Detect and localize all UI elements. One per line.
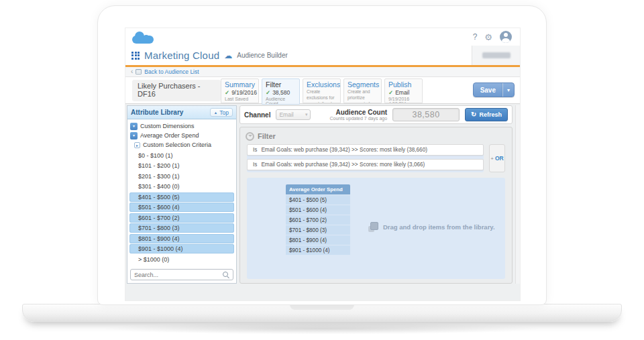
caret-down-icon[interactable]: ▾ <box>130 132 138 139</box>
attribute-item[interactable]: > $1000 (0) <box>129 255 234 264</box>
group-panel-item[interactable]: $501 - $600 (4) <box>286 205 350 215</box>
search-icon[interactable] <box>223 272 230 279</box>
channel-label: Channel <box>244 111 270 119</box>
filter-rows: Is Email Goals: web purchase (39,342) >>… <box>247 144 484 172</box>
counts-updated-text: Counts updated 7 days ago <box>329 116 387 121</box>
laptop-mockup: ? ⚙ Marketing Cloud ☁ Audience Builder ‹ <box>0 0 644 340</box>
vertical-scrollbar[interactable] <box>515 105 520 284</box>
back-to-audience-list-link[interactable]: Back to Audience List <box>144 68 199 75</box>
filter-condition-row[interactable]: Is Email Goals: web purchase (39,342) >>… <box>247 159 484 170</box>
dropzone-hint: Drag and drop items from the library. <box>368 222 495 232</box>
drag-drop-icon <box>368 222 378 232</box>
filter-icon <box>246 132 254 141</box>
audience-count-value: 38,580 <box>392 108 460 121</box>
username-redacted <box>482 52 511 58</box>
page-header: Likely Purchasers - DF16 Summary ✓ 9/19/… <box>125 77 520 104</box>
group-panel-item[interactable]: $701 - $800 (3) <box>286 225 350 235</box>
check-icon: ✓ <box>225 89 229 96</box>
attribute-item-selected[interactable]: $701 - $800 (3) <box>129 223 234 233</box>
filter-header: Filter <box>244 129 508 141</box>
group-panel-item[interactable]: $801 - $900 (4) <box>286 235 350 245</box>
attribute-item-selected[interactable]: $501 - $600 (4) <box>129 203 234 212</box>
sidebar-search <box>127 267 236 283</box>
attribute-item[interactable]: $0 - $100 (1) <box>129 151 234 160</box>
nav-user-area <box>472 46 520 65</box>
user-avatar[interactable] <box>500 31 512 43</box>
app-name: Marketing Cloud <box>144 50 219 61</box>
search-input[interactable] <box>130 269 233 280</box>
attribute-item[interactable]: $201 - $300 (1) <box>129 172 234 181</box>
refresh-button[interactable]: ↻ Refresh <box>465 108 508 121</box>
settings-gear-icon[interactable]: ⚙ <box>484 32 492 42</box>
filter-dropzone[interactable]: Average Order Spend $401 - $500 (5) $501… <box>247 178 505 279</box>
page-title: Likely Purchasers - DF16 <box>132 80 221 101</box>
salesforce-cloud-logo <box>132 31 154 44</box>
cloud-icon: ☁ <box>224 52 232 60</box>
laptop-base <box>22 304 622 322</box>
save-split-button: Save ▾ <box>473 82 515 97</box>
caret-up-icon: ▲ <box>214 111 217 115</box>
attribute-library-title: Attribute Library <box>131 109 183 116</box>
app-window: ? ⚙ Marketing Cloud ☁ Audience Builder ‹ <box>125 27 521 301</box>
utility-bar: ? ⚙ <box>125 28 520 46</box>
chevron-left-icon: ‹ <box>131 68 133 75</box>
caret-right-icon[interactable]: ▸ <box>134 142 140 148</box>
tab-summary[interactable]: Summary ✓ 9/19/2016 Last Saved <box>221 78 259 103</box>
filter-or-group: Is Email Goals: web purchase (39,342) >>… <box>247 144 505 172</box>
scroll-to-top-button[interactable]: ▲ Top <box>210 108 233 117</box>
check-icon: ✓ <box>266 89 270 96</box>
plus-icon: + <box>490 156 494 162</box>
attribute-group-panel[interactable]: Average Order Spend $401 - $500 (5) $501… <box>286 184 350 255</box>
tree-group-custom-selection-criteria[interactable]: ▸ Custom Selection Criteria <box>127 140 236 150</box>
attribute-item[interactable]: $301 - $400 (0) <box>129 182 234 191</box>
help-icon[interactable]: ? <box>473 32 478 42</box>
add-or-condition-button[interactable]: + OR <box>489 144 505 172</box>
channel-bar: Channel Email ▾ Audience Count Counts up… <box>239 105 513 124</box>
caret-down-icon[interactable]: ▾ <box>130 123 138 130</box>
filter-panel: Filter Is Email Goals: web purchase (39,… <box>239 127 513 284</box>
content-area: Attribute Library ▲ Top ▾ Custom Dimensi… <box>125 104 520 301</box>
attribute-item-selected[interactable]: $401 - $500 (5) <box>129 192 234 202</box>
filter-title: Filter <box>258 132 276 140</box>
attribute-item-selected[interactable]: $901 - $1000 (4) <box>129 244 234 253</box>
main-panel: Channel Email ▾ Audience Count Counts up… <box>237 105 515 284</box>
caret-down-icon: ▾ <box>305 112 308 117</box>
attribute-item-selected[interactable]: $801 - $900 (4) <box>129 234 234 243</box>
tab-exclusions[interactable]: Exclusions Create exclusions for your de… <box>303 78 341 103</box>
breadcrumb: ‹ Back to Audience List <box>125 67 520 77</box>
app-launcher-icon[interactable] <box>131 52 140 60</box>
laptop-bezel: ? ⚙ Marketing Cloud ☁ Audience Builder ‹ <box>97 5 547 305</box>
group-panel-item[interactable]: $901 - $1000 (4) <box>286 245 350 255</box>
group-panel-item[interactable]: $401 - $500 (5) <box>286 195 350 205</box>
tab-strip: Summary ✓ 9/19/2016 Last Saved Filter ✓ … <box>221 78 423 105</box>
filter-condition-row[interactable]: Is Email Goals: web purchase (39,342) >>… <box>247 144 484 156</box>
attribute-library-sidebar: Attribute Library ▲ Top ▾ Custom Dimensi… <box>127 105 237 284</box>
attribute-item-selected[interactable]: $601 - $700 (2) <box>129 213 234 223</box>
attribute-tree: ▾ Custom Dimensions ▾ Average Order Spen… <box>127 119 236 267</box>
tab-publish[interactable]: Publish ✓ Email 9/19/2016 4:32 PM <box>384 78 423 103</box>
group-panel-item[interactable]: $601 - $700 (2) <box>286 215 350 225</box>
save-dropdown-caret[interactable]: ▾ <box>502 83 514 97</box>
module-name: Audience Builder <box>237 52 288 59</box>
channel-select[interactable]: Email ▾ <box>276 109 311 120</box>
tab-segments[interactable]: Segments Create and prioritize segments … <box>343 78 382 103</box>
save-button[interactable]: Save <box>474 83 502 97</box>
attribute-item[interactable]: $101 - $200 (1) <box>129 161 234 170</box>
list-icon <box>136 69 142 74</box>
tree-group-custom-dimensions[interactable]: ▾ Custom Dimensions <box>127 121 236 131</box>
tab-filter[interactable]: Filter ✓ 38,580 Audience Count <box>262 78 300 105</box>
laptop-shadow <box>40 321 604 336</box>
group-panel-title[interactable]: Average Order Spend <box>286 184 350 194</box>
check-icon: ✓ <box>388 89 393 96</box>
tree-group-average-order-spend[interactable]: ▾ Average Order Spend <box>127 131 236 140</box>
audience-count-label: Audience Count <box>329 109 387 116</box>
refresh-icon: ↻ <box>471 111 476 118</box>
audience-count-block: Audience Count Counts updated 7 days ago <box>329 109 387 121</box>
attribute-library-header: Attribute Library ▲ Top <box>127 106 236 119</box>
nav-bar: Marketing Cloud ☁ Audience Builder <box>125 46 520 67</box>
